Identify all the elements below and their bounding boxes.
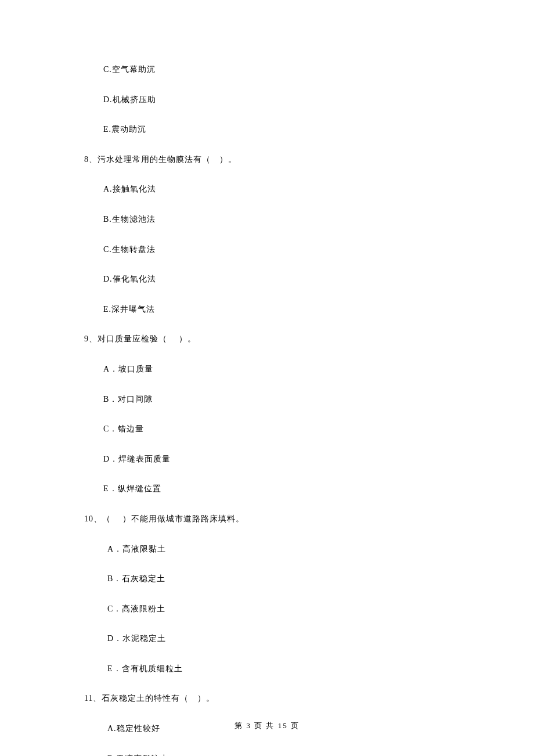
option-text: E．纵焊缝位置 xyxy=(84,483,476,495)
document-page: C.空气幕助沉 D.机械挤压助 E.震动助沉 8、污水处理常用的生物膜法有（ ）… xyxy=(0,0,534,756)
option-text: B．对口间隙 xyxy=(84,394,476,405)
option-text: D．水泥稳定土 xyxy=(84,633,476,645)
option-text: E.震动助沉 xyxy=(84,124,476,135)
option-text: D.催化氧化法 xyxy=(84,273,476,285)
option-text: A.接触氧化法 xyxy=(84,183,476,195)
question-stem: 11、石灰稳定土的特性有（ ）。 xyxy=(84,693,476,704)
option-text: C.空气幕助沉 xyxy=(84,64,476,75)
option-text: E.深井曝气法 xyxy=(84,304,476,315)
option-text: C.生物转盘法 xyxy=(84,244,476,255)
question-stem: 8、污水处理常用的生物膜法有（ ）。 xyxy=(84,154,476,165)
option-text: A．高液限黏土 xyxy=(84,543,476,555)
option-text: B．石灰稳定土 xyxy=(84,573,476,585)
option-text: E．含有机质细粒土 xyxy=(84,663,476,675)
option-text: A．坡口质量 xyxy=(84,363,476,375)
option-text: C．高液限粉土 xyxy=(84,603,476,615)
option-text: B.生物滤池法 xyxy=(84,214,476,225)
page-footer: 第 3 页 共 15 页 xyxy=(0,721,534,731)
option-text: D.机械挤压助 xyxy=(84,94,476,106)
question-stem: 10、（ ）不能用做城市道路路床填料。 xyxy=(84,513,476,525)
option-text: D．焊缝表面质量 xyxy=(84,453,476,465)
option-text: B.干缩变形较小 xyxy=(84,753,476,756)
option-text: C．错边量 xyxy=(84,423,476,435)
question-stem: 9、对口质量应检验（ ）。 xyxy=(84,333,476,345)
